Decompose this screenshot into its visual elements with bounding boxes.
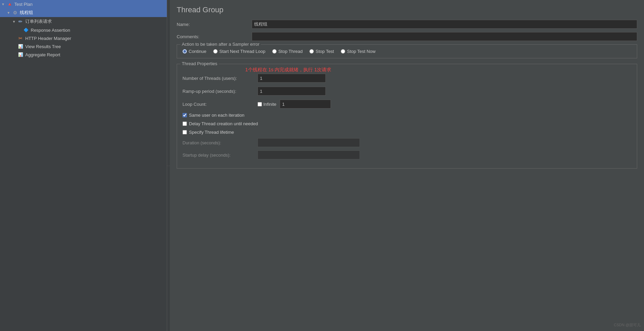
- startup-delay-label: Startup delay (seconds):: [182, 153, 258, 158]
- sidebar-item-aggregate-report[interactable]: 📊 Aggregate Report: [0, 51, 167, 59]
- radio-start-next-input[interactable]: [213, 49, 218, 54]
- specify-thread-row: Specify Thread lifetime: [182, 130, 631, 135]
- thread-group-icon: ⚙: [12, 10, 18, 15]
- loop-count-input[interactable]: [280, 100, 331, 109]
- action-group-legend: Action to be taken after a Sampler error: [180, 42, 261, 47]
- annotation-text: 1个线程在 1s 内完成就绪，执行 1次请求: [245, 67, 331, 73]
- name-row: Name:: [177, 20, 637, 29]
- comments-input[interactable]: [252, 32, 637, 41]
- sidebar-label-aggregate-report: Aggregate Report: [25, 52, 60, 57]
- same-user-checkbox[interactable]: [182, 113, 187, 117]
- arrow-order-list: ▼: [12, 20, 17, 24]
- sidebar-item-order-list[interactable]: ▼ ✏ 订单列表请求: [0, 17, 167, 26]
- delay-thread-row: Delay Thread creation until needed: [182, 121, 631, 126]
- radio-start-next-thread-loop[interactable]: Start Next Thread Loop: [213, 49, 265, 54]
- thread-props-legend: Thread Properties: [180, 61, 219, 66]
- thread-group-panel: Thread Group Name: Comments: Action to b…: [170, 0, 644, 179]
- radio-stop-thread[interactable]: Stop Thread: [272, 49, 303, 54]
- response-assertion-icon: 🔷: [23, 27, 29, 33]
- sidebar-item-response-assertion[interactable]: 🔷 Response Assertion: [0, 26, 167, 34]
- radio-row: Continue Start Next Thread Loop Stop Thr…: [182, 49, 631, 54]
- same-user-row: Same user on each iteration: [182, 113, 631, 118]
- delay-thread-label[interactable]: Delay Thread creation until needed: [189, 121, 258, 126]
- duration-input[interactable]: [258, 138, 360, 147]
- radio-continue[interactable]: Continue: [182, 49, 206, 54]
- loop-count-row: Loop Count: Infinite: [182, 100, 631, 109]
- radio-continue-label[interactable]: Continue: [189, 49, 206, 54]
- num-threads-row: Number of Threads (users):: [182, 74, 631, 83]
- startup-delay-input[interactable]: [258, 150, 360, 159]
- sidebar-item-thread-group[interactable]: ▼ ⚙ 线程组: [0, 8, 167, 17]
- http-header-manager-icon: ✂: [17, 35, 24, 41]
- startup-delay-row: Startup delay (seconds):: [182, 150, 631, 159]
- sidebar-item-test-plan[interactable]: ▼ 🔺 Test Plan: [0, 0, 167, 8]
- view-results-tree-icon: 📊: [17, 44, 24, 49]
- infinite-checkbox[interactable]: Infinite: [258, 102, 276, 107]
- sidebar-label-http-header-manager: HTTP Header Manager: [25, 36, 71, 41]
- ramp-up-label: Ramp-up period (seconds):: [182, 89, 258, 94]
- specify-thread-label[interactable]: Specify Thread lifetime: [189, 130, 234, 135]
- radio-stop-test-input[interactable]: [309, 49, 314, 54]
- action-group: Action to be taken after a Sampler error…: [177, 44, 637, 58]
- loop-count-label: Loop Count:: [182, 102, 258, 107]
- order-list-icon: ✏: [17, 19, 24, 24]
- sidebar-label-order-list: 订单列表请求: [25, 18, 52, 25]
- sidebar-item-view-results-tree[interactable]: 📊 View Results Tree: [0, 42, 167, 51]
- same-user-label[interactable]: Same user on each iteration: [189, 113, 245, 118]
- sidebar-label-thread-group: 线程组: [20, 10, 33, 16]
- duration-row: Duration (seconds):: [182, 138, 631, 147]
- ramp-up-input[interactable]: [258, 87, 326, 96]
- name-label: Name:: [177, 22, 252, 27]
- specify-thread-checkbox[interactable]: [182, 130, 187, 134]
- radio-stop-test-now-label[interactable]: Stop Test Now: [347, 49, 376, 54]
- comments-label: Comments:: [177, 34, 252, 39]
- sidebar-label-test-plan: Test Plan: [14, 2, 32, 7]
- radio-stop-thread-input[interactable]: [272, 49, 277, 54]
- aggregate-report-icon: 📊: [17, 52, 24, 57]
- infinite-checkbox-input[interactable]: [258, 102, 262, 106]
- panel-title: Thread Group: [177, 5, 637, 14]
- test-plan-icon: 🔺: [6, 1, 13, 7]
- drag-handle[interactable]: ⋮: [167, 0, 170, 331]
- thread-props-group: Thread Properties 1个线程在 1s 内完成就绪，执行 1次请求…: [177, 64, 637, 169]
- comments-row: Comments:: [177, 32, 637, 41]
- duration-label: Duration (seconds):: [182, 140, 258, 145]
- radio-stop-test-label[interactable]: Stop Test: [316, 49, 334, 54]
- delay-thread-checkbox[interactable]: [182, 121, 187, 126]
- props-form: Number of Threads (users): Ramp-up perio…: [182, 74, 631, 159]
- arrow-test-plan: ▼: [1, 2, 6, 6]
- ramp-up-row: Ramp-up period (seconds):: [182, 87, 631, 96]
- radio-stop-thread-label[interactable]: Stop Thread: [278, 49, 303, 54]
- radio-stop-test-now-input[interactable]: [341, 49, 345, 54]
- sidebar-label-view-results-tree: View Results Tree: [25, 44, 61, 49]
- content-panel: Thread Group Name: Comments: Action to b…: [170, 0, 644, 331]
- num-threads-input[interactable]: [258, 74, 326, 83]
- radio-continue-input[interactable]: [182, 49, 187, 54]
- num-threads-label: Number of Threads (users):: [182, 76, 258, 81]
- radio-start-next-label[interactable]: Start Next Thread Loop: [219, 49, 265, 54]
- radio-stop-test-now[interactable]: Stop Test Now: [341, 49, 376, 54]
- infinite-label[interactable]: Infinite: [263, 102, 276, 107]
- main-layout: ▼ 🔺 Test Plan ▼ ⚙ 线程组 ▼ ✏ 订单列表请求 🔷 Respo…: [0, 0, 644, 331]
- sidebar-label-response-assertion: Response Assertion: [31, 28, 70, 33]
- arrow-thread-group: ▼: [7, 11, 12, 15]
- watermark: CSDN @甜可儿: [614, 322, 641, 328]
- name-input[interactable]: [252, 20, 637, 29]
- radio-stop-test[interactable]: Stop Test: [309, 49, 334, 54]
- sidebar-item-http-header-manager[interactable]: ✂ HTTP Header Manager: [0, 34, 167, 42]
- sidebar: ▼ 🔺 Test Plan ▼ ⚙ 线程组 ▼ ✏ 订单列表请求 🔷 Respo…: [0, 0, 167, 331]
